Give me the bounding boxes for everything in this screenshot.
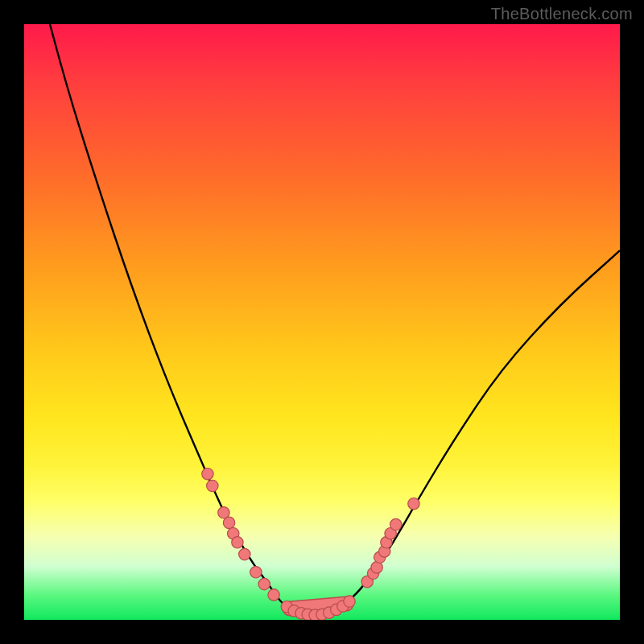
highlight-dot xyxy=(344,596,355,607)
curve-layer xyxy=(24,24,620,615)
highlight-dot xyxy=(268,589,279,601)
watermark-text: TheBottleneck.com xyxy=(491,5,633,23)
bottleneck-curve-svg xyxy=(24,24,620,620)
highlight-dot xyxy=(239,548,250,559)
highlight-dot xyxy=(223,517,234,528)
highlight-dot xyxy=(250,567,262,578)
bottleneck-curve xyxy=(24,24,620,615)
chart-frame: TheBottleneck.com xyxy=(0,0,644,644)
highlight-dot xyxy=(390,518,402,530)
highlight-dot xyxy=(202,469,213,480)
highlight-dot xyxy=(408,498,419,510)
plot-area xyxy=(24,24,620,620)
highlight-dot xyxy=(258,578,270,589)
highlight-dot xyxy=(207,480,218,491)
highlight-dot xyxy=(232,537,243,548)
highlight-dots xyxy=(202,469,419,621)
